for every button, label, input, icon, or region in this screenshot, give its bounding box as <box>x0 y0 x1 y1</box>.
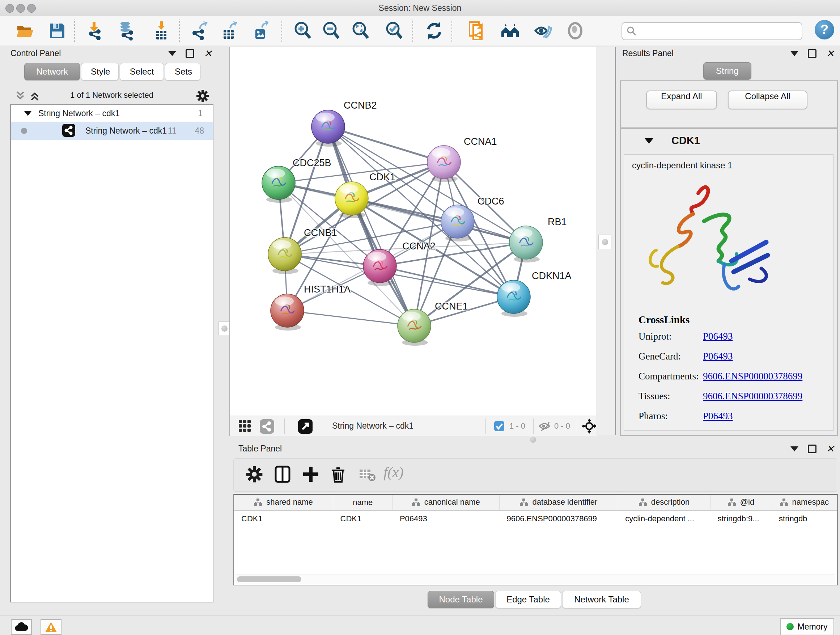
grid-view-icon[interactable] <box>238 419 252 434</box>
panel-collapse-icon[interactable] <box>790 447 798 451</box>
refresh-button[interactable] <box>424 21 444 41</box>
tab-select[interactable]: Select <box>120 63 164 80</box>
tab-network-table[interactable]: Network Table <box>562 591 641 608</box>
tab-style[interactable]: Style <box>81 63 118 80</box>
cell-shared-name[interactable]: CDK1 <box>234 510 333 527</box>
column-header[interactable]: name <box>333 495 393 510</box>
export-network-button[interactable] <box>189 21 210 41</box>
table-settings-gear-icon[interactable] <box>245 465 265 485</box>
save-session-button[interactable] <box>47 21 67 41</box>
import-table-from-file-button[interactable] <box>151 21 172 41</box>
network-node-CCNB2[interactable] <box>311 110 345 147</box>
vertical-splitter-handle[interactable] <box>218 321 230 335</box>
tab-edge-table[interactable]: Edge Table <box>495 591 561 608</box>
delete-column-icon[interactable] <box>329 465 349 485</box>
search-input[interactable] <box>622 22 802 40</box>
crosslink-link[interactable]: P06493 <box>703 410 733 422</box>
control-panel: Control Panel ✕ Network Style Select Set… <box>5 47 217 603</box>
open-in-new-window-icon[interactable] <box>298 419 313 435</box>
cell-description[interactable]: cyclin-dependent ... <box>618 510 711 527</box>
cell-name[interactable]: CDK1 <box>333 510 393 527</box>
tab-string[interactable]: String <box>703 62 752 80</box>
vertical-splitter-handle[interactable] <box>598 234 611 249</box>
tab-network[interactable]: Network <box>24 63 80 80</box>
panel-float-icon[interactable] <box>186 49 194 58</box>
help-button[interactable]: ? <box>815 20 834 40</box>
hide-glasses-button[interactable] <box>532 21 553 41</box>
network-edge[interactable] <box>287 310 414 326</box>
gear-icon[interactable] <box>196 89 210 103</box>
column-header[interactable]: namespac <box>772 495 837 510</box>
panel-float-icon[interactable] <box>808 49 816 58</box>
show-columns-icon[interactable] <box>273 465 293 485</box>
tab-sets[interactable]: Sets <box>165 63 201 80</box>
share-document-button[interactable] <box>467 21 487 41</box>
network-node-CCNA1[interactable] <box>427 146 461 182</box>
column-header[interactable]: canonical name <box>393 495 500 510</box>
network-node-RB1[interactable] <box>509 226 543 263</box>
collapse-all-button[interactable]: Collapse All <box>728 90 807 109</box>
network-canvas[interactable]: CDK1CCNB2CCNA1CDC25BCDC6RB1CCNB1CCNA2CDK… <box>230 47 597 416</box>
inspect-eye-button[interactable] <box>565 21 585 41</box>
export-table-button[interactable] <box>219 21 240 41</box>
panel-close-icon[interactable]: ✕ <box>826 445 834 453</box>
cell-namespace[interactable]: stringdb <box>772 510 837 527</box>
export-image-button[interactable] <box>251 21 271 41</box>
birds-eye-view-icon[interactable] <box>582 418 597 435</box>
horizontal-scrollbar[interactable] <box>235 575 835 584</box>
panel-collapse-icon[interactable] <box>168 51 176 56</box>
crosslink-link[interactable]: P06493 <box>703 351 733 362</box>
column-header[interactable]: shared name <box>234 495 333 510</box>
panel-close-icon[interactable]: ✕ <box>204 50 212 57</box>
zoom-in-button[interactable] <box>293 21 313 41</box>
warnings-button[interactable] <box>41 619 62 635</box>
hidden-eye-icon[interactable] <box>538 421 551 432</box>
import-network-from-file-button[interactable] <box>85 21 105 41</box>
crosslink-link[interactable]: 9606.ENSP00000378699 <box>703 371 802 382</box>
network-collection-row[interactable]: String Network – cdk1 1 <box>11 105 213 122</box>
column-header[interactable]: database identifier <box>500 495 618 510</box>
add-column-icon[interactable] <box>302 465 321 485</box>
network-node-CCNE1[interactable] <box>398 309 431 346</box>
disclosure-triangle-icon[interactable] <box>645 138 653 144</box>
open-session-button[interactable] <box>15 21 35 41</box>
function-builder-icon[interactable]: f(x) <box>384 464 416 483</box>
share-view-icon[interactable] <box>260 419 274 435</box>
delete-table-icon[interactable] <box>358 465 378 485</box>
panel-collapse-icon[interactable] <box>790 51 798 56</box>
cell-id[interactable]: stringdb:9... <box>711 510 772 527</box>
network-node-CDKN1A[interactable] <box>497 280 531 317</box>
zoom-selected-button[interactable] <box>384 21 404 41</box>
gene-header[interactable]: CDK1 <box>621 129 837 154</box>
selected-checkbox-icon[interactable] <box>494 421 504 432</box>
panel-float-icon[interactable] <box>808 445 816 453</box>
network-edge[interactable] <box>328 127 414 326</box>
network-row-selected[interactable]: String Network – cdk1 11 48 <box>11 122 213 140</box>
panel-close-icon[interactable]: ✕ <box>826 50 834 57</box>
gene-name: CDK1 <box>671 135 700 147</box>
string-home-button[interactable] <box>500 21 520 41</box>
network-node-HIST1H1A[interactable] <box>271 294 304 331</box>
network-node-CCNB1[interactable] <box>268 238 302 274</box>
network-edge[interactable] <box>328 127 444 162</box>
expand-all-button[interactable]: Expand All <box>646 90 717 109</box>
cell-canonical-name[interactable]: P06493 <box>393 510 500 527</box>
crosslink-link[interactable]: P06493 <box>703 331 733 342</box>
network-node-CDC6[interactable] <box>441 205 474 241</box>
column-header[interactable]: description <box>618 495 711 510</box>
zoom-out-button[interactable] <box>321 21 341 41</box>
network-node-CDK1[interactable] <box>335 182 368 218</box>
scrollbar-thumb[interactable] <box>237 576 302 582</box>
import-network-from-database-button[interactable] <box>117 21 137 41</box>
cell-database-identifier[interactable]: 9606.ENSP00000378699 <box>500 510 618 527</box>
zoom-fit-button[interactable] <box>351 21 371 41</box>
memory-button[interactable]: Memory <box>780 618 834 635</box>
node-label: CCNE1 <box>435 301 468 312</box>
table-row[interactable]: CDK1 CDK1 P06493 9606.ENSP00000378699 cy… <box>234 510 837 527</box>
column-header[interactable]: @id <box>711 495 772 510</box>
crosslink-link[interactable]: 9606.ENSP00000378699 <box>703 391 802 402</box>
network-node-CDC25B[interactable] <box>262 166 295 203</box>
tab-node-table[interactable]: Node Table <box>428 591 494 608</box>
cloud-button[interactable] <box>11 619 32 635</box>
disclosure-triangle-icon[interactable] <box>24 111 32 116</box>
